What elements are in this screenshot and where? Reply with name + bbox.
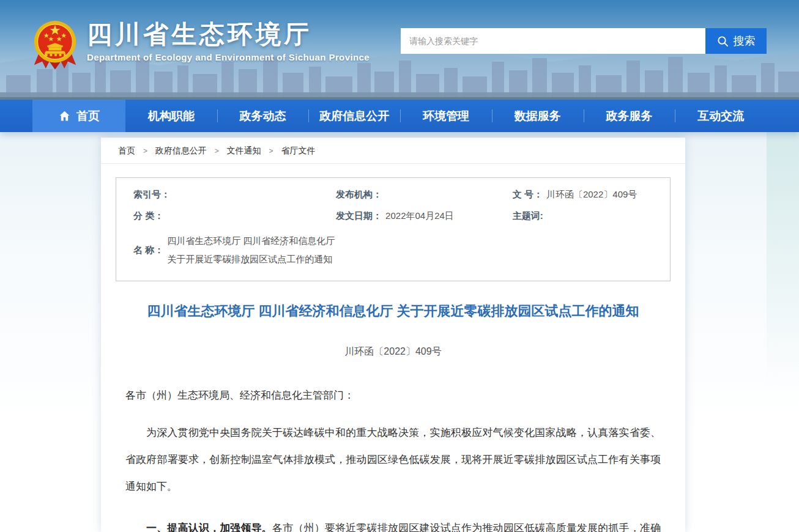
nav-item-agency-functions[interactable]: 机构职能 [125, 100, 217, 132]
article-salutation: 各市（州）生态环境局、经济和信息化主管部门： [125, 386, 661, 405]
main-nav: 首页 机构职能 政务动态 政府信息公开 环境管理 数据服务 政务服务 互动交流 [0, 100, 799, 132]
content-card: 首页 > 政府信息公开 > 文件通知 > 省厅文件 索引号： 发布机构： 文 号… [101, 138, 685, 532]
nav-item-label: 环境管理 [423, 108, 469, 124]
article-body: 四川省生态环境厅 四川省经济和信息化厅 关于开展近零碳排放园区试点工作的通知 川… [101, 301, 685, 532]
nav-item-data-services[interactable]: 数据服务 [492, 100, 584, 132]
breadcrumb-gov-info[interactable]: 政府信息公开 [155, 146, 207, 155]
site-title: 四川省生态环境厅 [87, 18, 370, 51]
meta-issue-date: 发文日期： 2022年04月24日 [336, 210, 513, 222]
meta-index-number: 索引号： [133, 189, 336, 201]
breadcrumb-separator: > [269, 147, 273, 155]
meta-category: 分 类： [133, 210, 336, 222]
nav-home-label: 首页 [76, 108, 100, 124]
search-button-label: 搜索 [734, 34, 756, 48]
nav-item-label: 机构职能 [148, 108, 195, 124]
breadcrumb-separator: > [143, 147, 147, 155]
document-number: 川环函〔2022〕409号 [125, 345, 661, 358]
site-subtitle: Department of Ecology and Environment of… [87, 52, 370, 62]
document-meta-box: 索引号： 发布机构： 文 号： 川环函〔2022〕409号 分 类： 发文日期： [116, 177, 671, 281]
search-icon [717, 35, 729, 47]
nav-item-label: 政府信息公开 [319, 108, 389, 124]
meta-issuing-agency: 发布机构： [336, 189, 513, 201]
nav-item-label: 政务动态 [240, 108, 286, 124]
meta-document-name: 名 称： 四川省生态环境厅 四川省经济和信息化厅 关于开展近零碳排放园区试点工作… [133, 232, 336, 268]
nav-item-gov-services[interactable]: 政务服务 [584, 100, 675, 132]
search-bar: 搜索 [401, 28, 767, 54]
site-banner: 四川省生态环境厅 Department of Ecology and Envir… [0, 0, 799, 100]
national-emblem-icon [32, 18, 78, 71]
nav-item-label: 互动交流 [697, 108, 744, 124]
article-paragraph-1: 为深入贯彻党中央国务院关于碳达峰碳中和的重大战略决策，实施积极应对气候变化国家战… [125, 419, 661, 500]
page-background: 首页 > 政府信息公开 > 文件通知 > 省厅文件 索引号： 发布机构： 文 号… [0, 132, 799, 532]
breadcrumb: 首页 > 政府信息公开 > 文件通知 > 省厅文件 [101, 138, 685, 164]
article-paragraph-2: 一、提高认识，加强领导。各市（州）要将近零碳排放园区建设试点作为推动园区低碳高质… [125, 515, 661, 532]
page-title: 四川省生态环境厅 四川省经济和信息化厅 关于开展近零碳排放园区试点工作的通知 [125, 301, 661, 321]
search-button[interactable]: 搜索 [705, 28, 767, 54]
article-paragraph-2-heading: 一、提高认识，加强领导。 [146, 522, 272, 532]
nav-item-env-management[interactable]: 环境管理 [400, 100, 492, 132]
nav-item-gov-info-disclosure[interactable]: 政府信息公开 [308, 100, 400, 132]
home-icon [58, 109, 71, 122]
nav-item-label: 政务服务 [606, 108, 652, 124]
breadcrumb-home[interactable]: 首页 [118, 146, 135, 155]
nav-item-interaction[interactable]: 互动交流 [675, 100, 767, 132]
nav-item-gov-news[interactable]: 政务动态 [217, 100, 309, 132]
nav-item-home[interactable]: 首页 [32, 100, 125, 132]
breadcrumb-file-notices[interactable]: 文件通知 [227, 146, 261, 155]
site-logo: 四川省生态环境厅 Department of Ecology and Envir… [32, 18, 370, 71]
meta-doc-number: 文 号： 川环函〔2022〕409号 [513, 189, 653, 201]
breadcrumb-provincial-files[interactable]: 省厅文件 [281, 146, 315, 155]
search-input[interactable] [401, 28, 705, 54]
breadcrumb-separator: > [215, 147, 219, 155]
meta-keywords: 主题词: [513, 210, 653, 222]
nav-item-label: 数据服务 [515, 108, 561, 124]
